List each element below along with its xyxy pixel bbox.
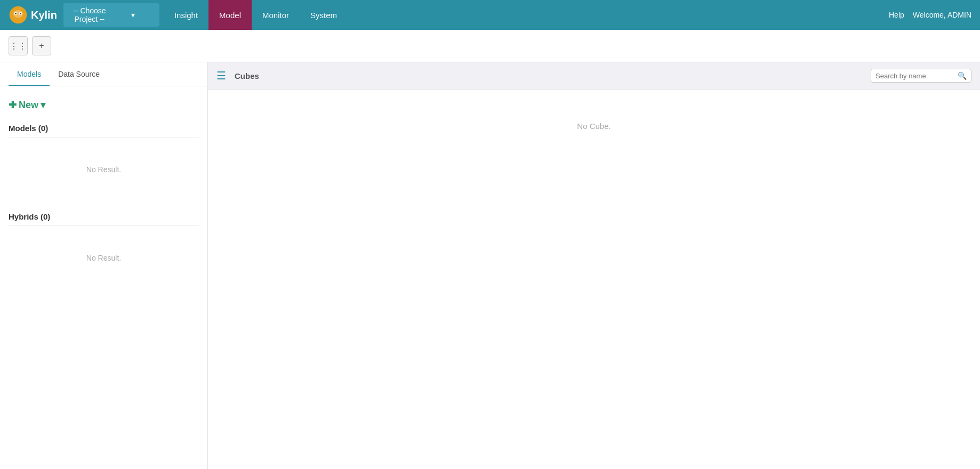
main-content: Models Data Source ✚ New ▾ Models (0) No… (0, 62, 980, 469)
welcome-text: Welcome, ADMIN (913, 11, 971, 19)
kylin-logo-icon (9, 5, 28, 25)
new-button[interactable]: ✚ New ▾ (9, 95, 199, 115)
sidebar-body: ✚ New ▾ Models (0) No Result. Hybrids (0… (0, 86, 207, 469)
share-icon: ⋮⋮ (10, 41, 27, 51)
search-box: 🔍 (871, 69, 971, 83)
hybrids-section: Hybrids (0) No Result. (9, 212, 199, 284)
project-dropdown-label: -- Choose Project -- (70, 6, 109, 23)
right-panel: ☰ Cubes 🔍 No Cube. (208, 62, 980, 469)
nav-item-insight[interactable]: Insight (164, 0, 208, 30)
hamburger-icon[interactable]: ☰ (216, 69, 226, 82)
nav-right: Help Welcome, ADMIN (889, 11, 971, 19)
search-input[interactable] (875, 72, 955, 80)
nav-item-monitor[interactable]: Monitor (252, 0, 300, 30)
svg-point-5 (20, 13, 21, 14)
add-icon: + (39, 41, 44, 51)
project-dropdown[interactable]: -- Choose Project -- ▾ (63, 3, 159, 27)
no-cube-message: No Cube. (208, 90, 980, 163)
share-button[interactable]: ⋮⋮ (9, 36, 28, 55)
navbar: Kylin -- Choose Project -- ▾ Insight Mod… (0, 0, 980, 30)
nav-items: Insight Model Monitor System (164, 0, 348, 30)
nav-item-system[interactable]: System (300, 0, 348, 30)
cubes-label: Cubes (235, 71, 259, 80)
svg-point-4 (15, 13, 17, 14)
models-section-title: Models (0) (9, 124, 199, 138)
brand-logo[interactable]: Kylin (9, 5, 57, 25)
cubes-content: No Cube. (208, 90, 980, 163)
nav-item-model[interactable]: Model (208, 0, 252, 30)
brand-name: Kylin (31, 9, 57, 21)
dropdown-chevron-icon: ▾ (114, 11, 153, 19)
header-left: ☰ Cubes (216, 69, 259, 82)
sidebar-tabs: Models Data Source (0, 62, 207, 86)
tab-datasource[interactable]: Data Source (50, 62, 108, 86)
models-no-result: No Result. (9, 144, 199, 195)
new-icon: ✚ (9, 99, 17, 111)
models-section: Models (0) No Result. (9, 124, 199, 195)
add-button[interactable]: + (32, 36, 51, 55)
new-label: New (19, 100, 38, 111)
hybrids-section-title: Hybrids (0) (9, 212, 199, 226)
hybrids-no-result: No Result. (9, 232, 199, 284)
tab-models[interactable]: Models (9, 62, 50, 86)
search-icon: 🔍 (958, 71, 967, 80)
sidebar: Models Data Source ✚ New ▾ Models (0) No… (0, 62, 208, 469)
new-caret-icon: ▾ (41, 99, 45, 111)
toolbar: ⋮⋮ + (0, 30, 980, 62)
help-button[interactable]: Help (889, 11, 904, 19)
right-panel-header: ☰ Cubes 🔍 (208, 62, 980, 90)
